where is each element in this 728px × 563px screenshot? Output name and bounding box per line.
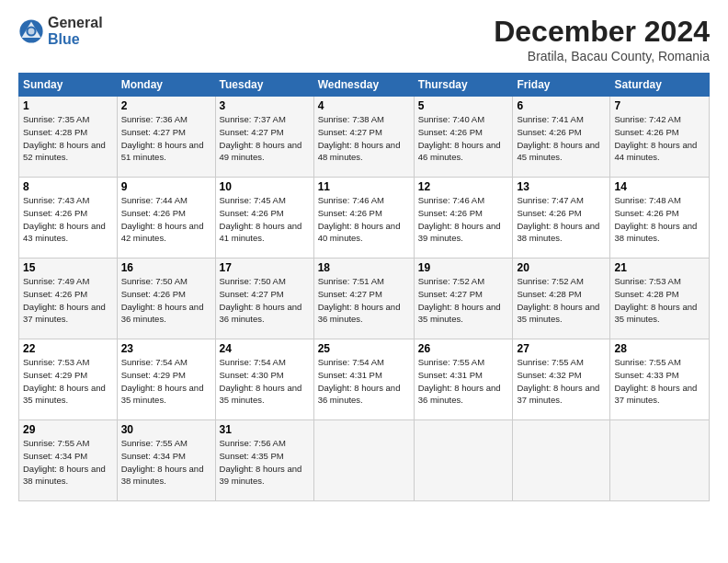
day-10: 10 Sunrise: 7:45 AMSunset: 4:26 PMDaylig… [215, 178, 313, 259]
day-7: 7 Sunrise: 7:42 AMSunset: 4:26 PMDayligh… [610, 97, 710, 178]
day-15: 15 Sunrise: 7:49 AMSunset: 4:26 PMDaylig… [19, 259, 118, 339]
day-20: 20 Sunrise: 7:52 AMSunset: 4:28 PMDaylig… [513, 259, 610, 339]
calendar-table: Sunday Monday Tuesday Wednesday Thursday… [18, 73, 710, 501]
logo-general: General [48, 15, 103, 31]
day-4: 4 Sunrise: 7:38 AMSunset: 4:27 PMDayligh… [313, 97, 414, 178]
day-23: 23 Sunrise: 7:54 AMSunset: 4:29 PMDaylig… [117, 339, 215, 420]
day-27: 27 Sunrise: 7:55 AMSunset: 4:32 PMDaylig… [513, 339, 610, 420]
day-14: 14 Sunrise: 7:48 AMSunset: 4:26 PMDaylig… [610, 178, 710, 259]
week-row-1: 1 Sunrise: 7:35 AMSunset: 4:28 PMDayligh… [19, 97, 710, 178]
week-row-5: 29 Sunrise: 7:55 AMSunset: 4:34 PMDaylig… [19, 420, 710, 501]
day-13: 13 Sunrise: 7:47 AMSunset: 4:26 PMDaylig… [513, 178, 610, 259]
empty-cell-3 [513, 420, 610, 501]
day-16: 16 Sunrise: 7:50 AMSunset: 4:26 PMDaylig… [117, 259, 215, 339]
day-1: 1 Sunrise: 7:35 AMSunset: 4:28 PMDayligh… [19, 97, 118, 178]
empty-cell-2 [414, 420, 513, 501]
day-30: 30 Sunrise: 7:55 AMSunset: 4:34 PMDaylig… [117, 420, 215, 501]
logo-blue: Blue [48, 31, 103, 48]
header: General Blue December 2024 Bratila, Baca… [18, 15, 710, 63]
day-17: 17 Sunrise: 7:50 AMSunset: 4:27 PMDaylig… [215, 259, 313, 339]
day-21: 21 Sunrise: 7:53 AMSunset: 4:28 PMDaylig… [610, 259, 710, 339]
header-row: Sunday Monday Tuesday Wednesday Thursday… [19, 74, 710, 97]
week-row-3: 15 Sunrise: 7:49 AMSunset: 4:26 PMDaylig… [19, 259, 710, 339]
col-tuesday: Tuesday [215, 74, 313, 97]
col-monday: Monday [117, 74, 215, 97]
col-sunday: Sunday [19, 74, 118, 97]
week-row-4: 22 Sunrise: 7:53 AMSunset: 4:29 PMDaylig… [19, 339, 710, 420]
day-3: 3 Sunrise: 7:37 AMSunset: 4:27 PMDayligh… [215, 97, 313, 178]
day-9: 9 Sunrise: 7:44 AMSunset: 4:26 PMDayligh… [117, 178, 215, 259]
day-18: 18 Sunrise: 7:51 AMSunset: 4:27 PMDaylig… [313, 259, 414, 339]
title-block: December 2024 Bratila, Bacau County, Rom… [494, 15, 710, 63]
col-friday: Friday [513, 74, 610, 97]
day-26: 26 Sunrise: 7:55 AMSunset: 4:31 PMDaylig… [414, 339, 513, 420]
day-12: 12 Sunrise: 7:46 AMSunset: 4:26 PMDaylig… [414, 178, 513, 259]
day-28: 28 Sunrise: 7:55 AMSunset: 4:33 PMDaylig… [610, 339, 710, 420]
day-19: 19 Sunrise: 7:52 AMSunset: 4:27 PMDaylig… [414, 259, 513, 339]
day-6: 6 Sunrise: 7:41 AMSunset: 4:26 PMDayligh… [513, 97, 610, 178]
col-thursday: Thursday [414, 74, 513, 97]
location-subtitle: Bratila, Bacau County, Romania [494, 49, 710, 63]
month-title: December 2024 [494, 15, 710, 49]
day-24: 24 Sunrise: 7:54 AMSunset: 4:30 PMDaylig… [215, 339, 313, 420]
day-8: 8 Sunrise: 7:43 AMSunset: 4:26 PMDayligh… [19, 178, 118, 259]
week-row-2: 8 Sunrise: 7:43 AMSunset: 4:26 PMDayligh… [19, 178, 710, 259]
empty-cell-4 [610, 420, 710, 501]
col-wednesday: Wednesday [313, 74, 414, 97]
col-saturday: Saturday [610, 74, 710, 97]
day-22: 22 Sunrise: 7:53 AMSunset: 4:29 PMDaylig… [19, 339, 118, 420]
svg-point-3 [28, 28, 35, 34]
day-5: 5 Sunrise: 7:40 AMSunset: 4:26 PMDayligh… [414, 97, 513, 178]
day-11: 11 Sunrise: 7:46 AMSunset: 4:26 PMDaylig… [313, 178, 414, 259]
day-29: 29 Sunrise: 7:55 AMSunset: 4:34 PMDaylig… [19, 420, 118, 501]
day-2: 2 Sunrise: 7:36 AMSunset: 4:27 PMDayligh… [117, 97, 215, 178]
logo-icon [18, 18, 44, 44]
logo: General Blue [18, 15, 103, 47]
logo-text: General Blue [48, 15, 103, 47]
day-31: 31 Sunrise: 7:56 AMSunset: 4:35 PMDaylig… [215, 420, 313, 501]
empty-cell-1 [313, 420, 414, 501]
page: General Blue December 2024 Bratila, Baca… [0, 0, 728, 563]
day-25: 25 Sunrise: 7:54 AMSunset: 4:31 PMDaylig… [313, 339, 414, 420]
